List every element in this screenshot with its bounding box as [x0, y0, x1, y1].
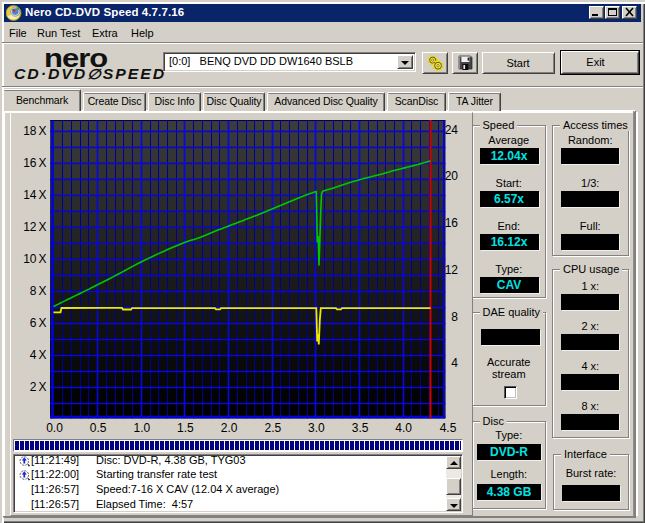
svg-text:1.0: 1.0 — [133, 421, 150, 435]
svg-text:3.0: 3.0 — [308, 421, 325, 435]
svg-text:4.5: 4.5 — [440, 421, 457, 435]
svg-text:1.5: 1.5 — [177, 421, 194, 435]
svg-text:10X: 10X — [23, 252, 46, 266]
svg-text:0.5: 0.5 — [90, 421, 107, 435]
svg-text:20: 20 — [445, 169, 459, 183]
svg-text:2.0: 2.0 — [221, 421, 238, 435]
svg-text:16: 16 — [445, 216, 459, 230]
svg-text:4.0: 4.0 — [395, 421, 412, 435]
svg-text:24: 24 — [445, 123, 459, 137]
svg-text:8X: 8X — [30, 284, 47, 298]
svg-text:4X: 4X — [30, 348, 47, 362]
svg-text:16X: 16X — [23, 156, 46, 170]
svg-text:4: 4 — [451, 356, 458, 370]
svg-text:18X: 18X — [23, 124, 46, 138]
svg-text:12X: 12X — [23, 220, 46, 234]
svg-text:2X: 2X — [30, 380, 47, 394]
svg-text:14X: 14X — [23, 188, 46, 202]
svg-text:12: 12 — [445, 263, 459, 277]
svg-text:3.5: 3.5 — [352, 421, 369, 435]
svg-text:8: 8 — [451, 310, 458, 324]
svg-text:6X: 6X — [30, 316, 47, 330]
svg-text:2.5: 2.5 — [264, 421, 281, 435]
svg-text:0.0: 0.0 — [46, 421, 63, 435]
